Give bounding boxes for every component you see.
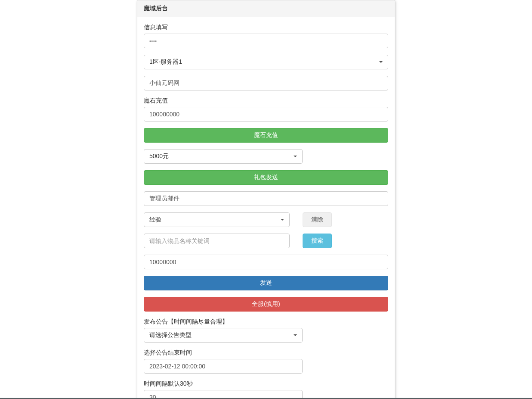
panel-header: 魔域后台: [137, 0, 395, 17]
admin-panel: 魔域后台 信息填写 1区-服务器1 魔石充值 魔石充值 5000元: [137, 0, 395, 399]
info-label: 信息填写: [144, 24, 388, 31]
server-select[interactable]: 1区-服务器1: [144, 55, 388, 69]
package-select-value: 5000元: [149, 153, 169, 160]
quantity-input[interactable]: [144, 255, 388, 269]
clear-button[interactable]: 清除: [303, 212, 332, 227]
chevron-down-icon: [294, 156, 297, 157]
announce-type-select[interactable]: 请选择公告类型: [144, 328, 303, 343]
recharge-button[interactable]: 魔石充值: [144, 128, 388, 143]
announce-end-label: 选择公告结束时间: [144, 349, 388, 357]
server-select-value: 1区-服务器1: [149, 58, 182, 66]
announce-type-value: 请选择公告类型: [149, 331, 192, 339]
recharge-amount-input[interactable]: [144, 107, 388, 122]
announce-label: 发布公告【时间间隔尽量合理】: [144, 318, 388, 326]
announce-end-input[interactable]: [144, 359, 303, 374]
chevron-down-icon: [281, 219, 284, 221]
package-select[interactable]: 5000元: [144, 149, 303, 164]
send-button[interactable]: 发送: [144, 276, 388, 290]
mail-type-select[interactable]: 经验: [144, 212, 290, 227]
announce-interval-label: 时间间隔默认30秒: [144, 380, 388, 388]
mail-title-input[interactable]: [144, 191, 388, 206]
name-input[interactable]: [144, 76, 388, 90]
mail-type-value: 经验: [149, 216, 161, 224]
package-send-button[interactable]: 礼包发送: [144, 170, 388, 185]
panel-body: 信息填写 1区-服务器1 魔石充值 魔石充值 5000元 礼包发送: [137, 17, 395, 399]
password-input[interactable]: [144, 34, 388, 48]
allserver-button[interactable]: 全服(慎用): [144, 297, 388, 312]
item-search-input[interactable]: [144, 234, 290, 248]
search-button[interactable]: 搜索: [303, 234, 332, 248]
recharge-label: 魔石充值: [144, 97, 388, 105]
chevron-down-icon: [379, 61, 383, 63]
chevron-down-icon: [294, 334, 297, 336]
panel-title: 魔域后台: [144, 5, 168, 12]
